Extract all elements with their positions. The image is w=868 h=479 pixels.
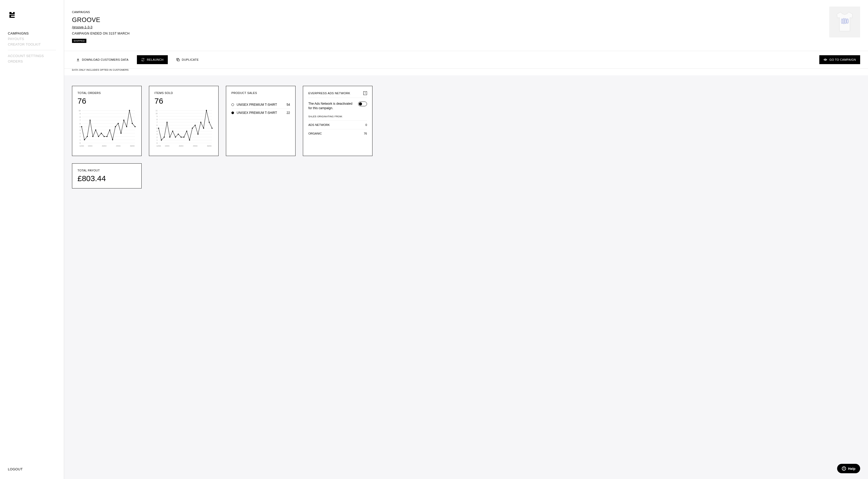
page-title: GROOVE: [72, 16, 860, 24]
product-thumbnail[interactable]: [829, 6, 860, 37]
svg-point-101: [209, 122, 210, 123]
origin-row: ADS NETWORK0: [308, 120, 367, 129]
nav-divider: [8, 50, 56, 50]
svg-point-90: [178, 133, 179, 134]
origin-value: 0: [365, 123, 367, 126]
action-bar: DOWNLOAD CUSTOMERS DATA RELAUNCH DUPLICA…: [64, 51, 868, 69]
sidebar-item-account-settings[interactable]: ACCOUNT SETTINGS: [8, 54, 56, 58]
svg-text:1: 1: [80, 139, 81, 141]
svg-point-84: [161, 139, 162, 140]
svg-point-50: [126, 126, 127, 127]
svg-point-91: [181, 137, 182, 138]
svg-point-34: [81, 126, 82, 127]
svg-text:2: 2: [80, 136, 81, 137]
download-customers-button[interactable]: DOWNLOAD CUSTOMERS DATA: [72, 55, 133, 64]
svg-point-98: [200, 122, 201, 123]
card-total-payout: TOTAL PAYOUT £803.44: [72, 163, 142, 188]
svg-text:15/03: 15/03: [165, 145, 169, 147]
card-total-orders: TOTAL ORDERS 76 01234567891012/0315/0320…: [72, 86, 142, 156]
card-items-sold: ITEMS SOLD 76 0123456789101112/0315/0320…: [149, 86, 219, 156]
variant-dot-icon: [231, 111, 234, 114]
logo: [8, 10, 16, 19]
svg-point-40: [98, 136, 99, 137]
svg-text:11: 11: [155, 110, 158, 111]
svg-text:6: 6: [80, 123, 81, 125]
sidebar-item-creator-toolkit[interactable]: CREATOR TOOLKIT: [8, 42, 56, 47]
svg-point-96: [195, 125, 196, 126]
product-sales-row: UNISEX PREMIUM T-SHIRT22: [231, 109, 290, 117]
origin-label: ADS NETWORK: [308, 123, 330, 126]
svg-text:12/03: 12/03: [79, 145, 84, 147]
cards-row-1: TOTAL ORDERS 76 01234567891012/0315/0320…: [72, 86, 860, 156]
card-label: TOTAL PAYOUT: [78, 169, 136, 172]
sidebar-item-orders[interactable]: ORDERS: [8, 59, 56, 64]
card-value: 76: [78, 97, 136, 105]
svg-point-93: [186, 131, 187, 132]
sidebar-item-campaigns[interactable]: CAMPAIGNS: [8, 31, 56, 36]
svg-point-92: [184, 137, 185, 138]
svg-text:5: 5: [80, 126, 81, 128]
breadcrumb[interactable]: CAMPAIGNS: [72, 10, 860, 13]
svg-point-89: [175, 137, 176, 138]
svg-point-85: [164, 137, 165, 138]
go-to-campaign-label: GO TO CAMPAIGN: [829, 58, 856, 61]
svg-point-37: [90, 120, 91, 121]
svg-point-52: [132, 123, 133, 124]
svg-point-44: [109, 130, 110, 131]
duplicate-icon: [176, 58, 180, 62]
campaign-ended-text: CAMPAIGN ENDED ON 31ST MARCH: [72, 32, 860, 35]
sales-origin-label: SALES ORIGINATING FROM:: [308, 115, 367, 118]
product-qty: 54: [287, 103, 290, 106]
duplicate-label: DUPLICATE: [182, 58, 199, 61]
svg-point-42: [104, 136, 105, 137]
origin-label: ORGANIC: [308, 132, 322, 135]
svg-point-35: [84, 139, 85, 140]
sidebar-item-payouts[interactable]: PAYOUTS: [8, 36, 56, 41]
svg-text:4: 4: [157, 130, 158, 132]
svg-point-95: [192, 128, 193, 129]
main: CAMPAIGNS GROOVE /groove-1-3-3 CAMPAIGN …: [64, 0, 868, 479]
duplicate-button[interactable]: DUPLICATE: [172, 55, 203, 64]
page-header: CAMPAIGNS GROOVE /groove-1-3-3 CAMPAIGN …: [64, 0, 868, 51]
product-sales-list: UNISEX PREMIUM T-SHIRT54UNISEX PREMIUM T…: [231, 101, 290, 117]
product-name: UNISEX PREMIUM T-SHIRT: [237, 111, 277, 115]
svg-point-83: [158, 128, 159, 129]
card-label: ITEMS SOLD: [154, 91, 213, 95]
product-qty: 22: [287, 111, 290, 115]
items-sold-chart: 0123456789101112/0315/0320/0325/0330/03: [154, 108, 213, 148]
status-badge: SHIPPED: [72, 39, 86, 43]
svg-point-6: [825, 59, 826, 60]
svg-text:10: 10: [79, 110, 81, 111]
svg-point-99: [203, 128, 204, 129]
origin-value: 76: [364, 132, 367, 135]
cards-row-2: TOTAL PAYOUT £803.44: [72, 163, 860, 188]
relaunch-button[interactable]: RELAUNCH: [137, 55, 168, 64]
svg-text:3: 3: [157, 133, 158, 135]
svg-point-100: [206, 110, 207, 111]
card-value: 76: [154, 97, 213, 105]
svg-text:9: 9: [80, 113, 81, 115]
svg-point-51: [129, 110, 130, 111]
svg-point-49: [123, 120, 124, 121]
svg-text:9: 9: [157, 116, 158, 117]
campaign-slug-link[interactable]: /groove-1-3-3: [72, 25, 92, 29]
variant-dot-icon: [231, 103, 234, 106]
svg-point-38: [92, 136, 93, 137]
svg-point-39: [95, 130, 96, 131]
svg-text:0: 0: [80, 142, 81, 144]
ads-network-toggle[interactable]: [358, 101, 367, 106]
go-to-campaign-button[interactable]: GO TO CAMPAIGN: [819, 55, 860, 64]
content-area: TOTAL ORDERS 76 01234567891012/0315/0320…: [64, 75, 868, 479]
svg-text:8: 8: [157, 119, 158, 120]
logout-link[interactable]: LOGOUT: [8, 467, 56, 471]
svg-text:12/03: 12/03: [156, 145, 161, 147]
svg-text:0: 0: [157, 142, 158, 144]
svg-text:20/03: 20/03: [102, 145, 106, 147]
nav-group-primary: CAMPAIGNS PAYOUTS CREATOR TOOLKIT: [8, 31, 56, 47]
help-icon[interactable]: ?: [363, 91, 367, 95]
sidebar: CAMPAIGNS PAYOUTS CREATOR TOOLKIT ACCOUN…: [0, 0, 64, 479]
svg-point-46: [115, 126, 116, 127]
card-label: EVERPRESS ADS NETWORK: [308, 92, 350, 95]
product-sales-row: UNISEX PREMIUM T-SHIRT54: [231, 101, 290, 109]
help-widget[interactable]: ? Help: [837, 464, 860, 473]
